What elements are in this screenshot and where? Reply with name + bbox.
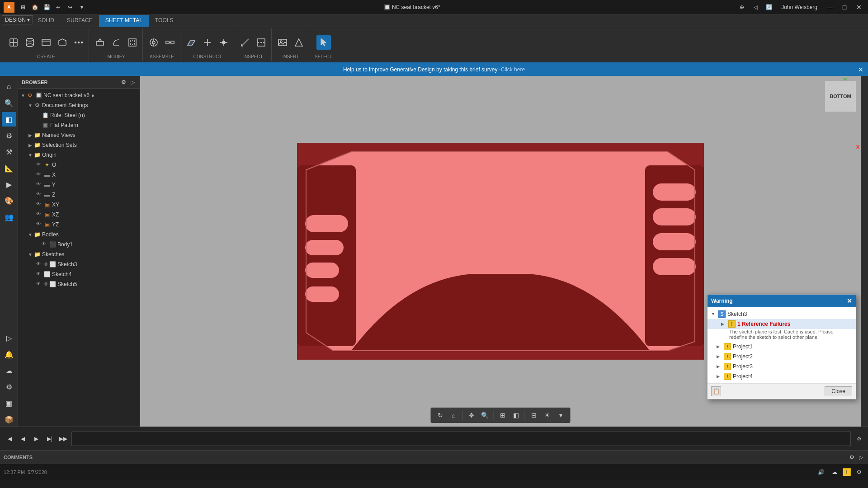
- origin-arrow[interactable]: ▼: [27, 152, 33, 158]
- vp-orbit-icon[interactable]: ↻: [434, 409, 446, 421]
- eye-icon-y[interactable]: 👁: [36, 182, 42, 188]
- create-cylinder-icon[interactable]: [23, 35, 37, 50]
- minimize-button[interactable]: —: [825, 2, 835, 13]
- nav-cube[interactable]: BOTTOM: [825, 80, 856, 112]
- vp-home-icon[interactable]: ⌂: [448, 409, 460, 421]
- nav-simulate-icon[interactable]: ⚙: [2, 128, 16, 143]
- warn-close-button[interactable]: Close: [825, 386, 852, 396]
- banner-link[interactable]: Click here: [501, 66, 525, 73]
- vp-fit-icon[interactable]: ⊞: [497, 409, 509, 421]
- ribbon-group-inspect-label[interactable]: INSPECT: [243, 54, 263, 59]
- timeline-last-btn[interactable]: ▶▶: [58, 433, 69, 444]
- sketches-arrow[interactable]: ▼: [27, 251, 33, 258]
- warn-tree-sketch3[interactable]: ▼ S Sketch3: [708, 309, 856, 319]
- tree-item-sketch3[interactable]: 👁 👁 ⬜ Sketch3: [18, 259, 140, 269]
- nav-cloud-icon[interactable]: ☁: [2, 363, 16, 378]
- timeline-prev-btn[interactable]: ◀: [17, 433, 28, 444]
- tree-item-sketch5[interactable]: 👁 👁 ⬜ Sketch5: [18, 279, 140, 289]
- warn-project1-arrow[interactable]: ▶: [717, 344, 722, 349]
- vp-display-icon[interactable]: ◧: [510, 409, 522, 421]
- nav-design-icon[interactable]: ◧: [2, 112, 16, 127]
- vp-pan-icon[interactable]: ✥: [466, 409, 477, 421]
- banner-close-icon[interactable]: ✕: [858, 66, 863, 73]
- timeline-next-btn[interactable]: ▶|: [44, 433, 55, 444]
- construct-point-icon[interactable]: [217, 35, 231, 50]
- timeline-first-btn[interactable]: |◀: [4, 433, 14, 444]
- warn-project4-arrow[interactable]: ▶: [717, 374, 722, 379]
- tree-item-origin[interactable]: ▼ 📁 Origin: [18, 150, 140, 160]
- status-notification-icon[interactable]: ☁: [829, 467, 840, 478]
- tree-item-flat-pattern[interactable]: ▣ Flat Pattern: [18, 120, 140, 130]
- nav-render-icon[interactable]: 🎨: [2, 193, 16, 208]
- back-button[interactable]: ◁: [750, 2, 760, 12]
- nav-drawing-icon[interactable]: 📐: [2, 161, 16, 175]
- warn-error-row[interactable]: ▶ ! 1 Reference Failures: [708, 319, 856, 329]
- tree-item-origin-yz[interactable]: 👁 ▣ YZ: [18, 220, 140, 230]
- status-volume-icon[interactable]: 🔊: [816, 467, 826, 478]
- modify-fillet-icon[interactable]: [109, 35, 123, 50]
- insert-decal-icon[interactable]: [292, 35, 306, 50]
- close-button[interactable]: ✕: [854, 2, 864, 13]
- create-sheet-icon[interactable]: [39, 35, 53, 50]
- tab-surface[interactable]: SURFACE: [61, 15, 99, 27]
- tab-sheet-metal[interactable]: SHEET METAL: [99, 15, 149, 27]
- eye-icon-x[interactable]: 👁: [36, 172, 42, 178]
- doc-settings-arrow[interactable]: ▼: [27, 102, 33, 108]
- joint-icon[interactable]: [163, 35, 177, 50]
- warn-project2-arrow[interactable]: ▶: [717, 354, 722, 359]
- nav-notification-icon[interactable]: 🔔: [2, 347, 16, 361]
- tree-item-rule-steel[interactable]: 📋 Rule: Steel (n): [18, 110, 140, 120]
- timeline-settings-icon[interactable]: ⚙: [854, 433, 864, 444]
- eye-icon-sketch3[interactable]: 👁: [36, 261, 42, 267]
- eye-icon-sketch5[interactable]: 👁: [36, 281, 42, 287]
- tree-item-root[interactable]: ▼ ⚙ 🔲 NC seat bracket v6 ●: [18, 90, 140, 100]
- warn-project4-row[interactable]: ▶ ! Project4: [708, 371, 856, 381]
- nav-panel-icon[interactable]: ▣: [2, 396, 16, 410]
- tree-item-origin-x[interactable]: 👁 ▬ X: [18, 170, 140, 180]
- warn-sketch3-arrow[interactable]: ▼: [711, 312, 717, 316]
- tree-item-origin-y[interactable]: 👁 ▬ Y: [18, 180, 140, 190]
- vp-zoom-icon[interactable]: 🔍: [479, 409, 491, 421]
- create-flange-icon[interactable]: [55, 35, 70, 50]
- tab-tools[interactable]: TOOLS: [149, 15, 179, 27]
- create-more-icon[interactable]: [71, 35, 86, 50]
- modify-press-pull-icon[interactable]: [93, 35, 107, 50]
- selection-sets-arrow[interactable]: ▶: [27, 142, 33, 148]
- viewport[interactable]: X Y BOTTOM ↻ ⌂ ✥ 🔍 ⊞ ◧ ⊟ ☀ ▾ Warning ✕: [140, 76, 861, 427]
- nav-search-icon[interactable]: 🔍: [2, 96, 16, 110]
- status-settings-icon[interactable]: ⚙: [854, 467, 864, 478]
- warn-project2-row[interactable]: ▶ ! Project2: [708, 352, 856, 361]
- redo-button[interactable]: ↪: [65, 2, 75, 12]
- vp-grid-icon[interactable]: ⊟: [528, 409, 540, 421]
- nav-expand-icon[interactable]: ▷: [2, 331, 16, 345]
- eye-icon-o[interactable]: 👁: [36, 162, 42, 168]
- ribbon-group-construct-label[interactable]: CONSTRUCT: [193, 54, 222, 59]
- tree-item-selection-sets[interactable]: ▶ 📁 Selection Sets: [18, 140, 140, 150]
- eye-icon-xz[interactable]: 👁: [36, 211, 42, 218]
- comments-settings-icon[interactable]: ⚙: [848, 454, 855, 461]
- save-button[interactable]: 💾: [42, 2, 52, 12]
- assemble-icon[interactable]: [146, 35, 161, 50]
- timeline-play-btn[interactable]: ▶: [31, 433, 42, 444]
- tab-solid[interactable]: SOLID: [32, 15, 61, 27]
- nav-animation-icon[interactable]: ▶: [2, 177, 16, 192]
- ribbon-group-insert-label[interactable]: INSERT: [283, 54, 299, 59]
- status-warning-badge[interactable]: !: [843, 468, 851, 476]
- tree-item-origin-xy[interactable]: 👁 ▣ XY: [18, 200, 140, 210]
- construct-plane-icon[interactable]: [184, 35, 198, 50]
- tree-item-sketch4[interactable]: 👁 ⬜ Sketch4: [18, 269, 140, 279]
- nav-cube-bottom[interactable]: BOTTOM: [825, 80, 856, 112]
- tree-item-origin-z[interactable]: 👁 ▬ Z: [18, 190, 140, 200]
- nav-settings-icon[interactable]: ⚙: [2, 380, 16, 394]
- eye-icon-yz[interactable]: 👁: [36, 221, 42, 228]
- tree-item-named-views[interactable]: ▶ 📁 Named Views: [18, 130, 140, 140]
- tree-item-body1[interactable]: 👁 ⬛ Body1: [18, 239, 140, 249]
- undo-button[interactable]: ↩: [53, 2, 63, 12]
- root-visibility-icon[interactable]: ●: [91, 93, 94, 98]
- warn-error-arrow[interactable]: ▶: [721, 322, 726, 326]
- eye-icon-xy[interactable]: 👁: [36, 202, 42, 208]
- ribbon-group-create-label[interactable]: CREATE: [37, 54, 55, 59]
- nav-box-icon[interactable]: 📦: [2, 412, 16, 427]
- insert-image-icon[interactable]: [275, 35, 290, 50]
- refresh-button[interactable]: 🔄: [764, 2, 774, 12]
